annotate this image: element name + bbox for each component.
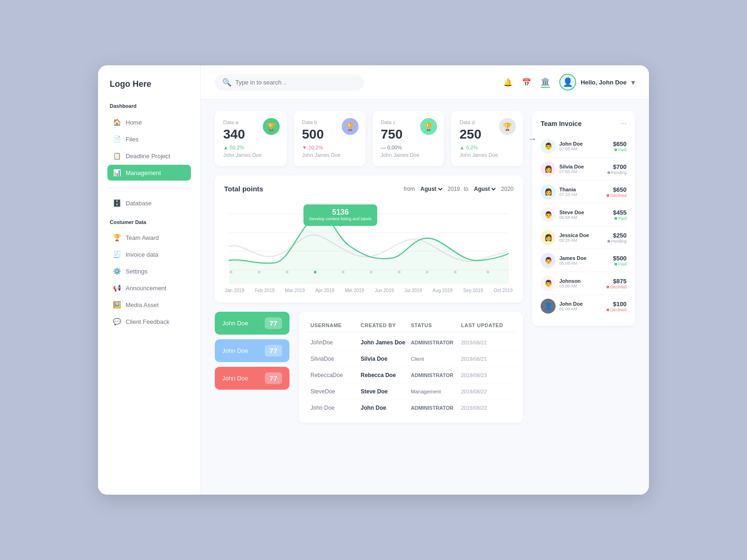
avatar: 👨 (541, 276, 556, 291)
sidebar-item-database[interactable]: 🗄️ Database (107, 195, 191, 211)
sidebar-item-media-asset[interactable]: 🖼️ Media Asset (107, 297, 191, 313)
more-options-button[interactable]: ··· (620, 119, 627, 128)
username: RebeccaDoe (310, 372, 361, 378)
to-year: 2020 (501, 186, 514, 192)
stat-person: John James Doe (223, 152, 278, 158)
bell-icon[interactable]: 🔔 (503, 78, 513, 87)
invoice-amount: $250 (607, 232, 627, 239)
invoice-person: 👤 John Doe 01:00 AM (541, 299, 583, 314)
invoice-item: 👩 Silvia Doe 07:55 AM $700 Pending (541, 158, 627, 181)
created-by: John Doe (361, 405, 411, 411)
score-number: 77 (265, 317, 282, 329)
invoice-item: 👩 Thania 07:10 AM $650 Declined (541, 181, 627, 203)
sidebar-item-invoice-data[interactable]: 🧾 Invoice data (107, 246, 191, 262)
invoice-item: 👨 Steve Doe 06:58 AM $455 Paid (541, 203, 627, 226)
files-icon: 📄 (113, 135, 121, 143)
stat-change: ▼ 10,2% (302, 145, 357, 150)
sidebar-item-label: Media Asset (126, 301, 159, 308)
invoice-name-group: John Doe 07:55 AM (559, 141, 583, 151)
x-label: Mei 2019 (345, 288, 364, 293)
settings-icon: ⚙️ (113, 267, 121, 275)
username: JohnDoe (310, 339, 361, 346)
app-container: Logo Here Dashboard 🏠 Home 📄 Files 📋 Dea… (98, 65, 649, 495)
username: John Doe (310, 405, 361, 411)
invoice-name: James Doe (559, 255, 586, 261)
sidebar-item-label: Invoice data (126, 251, 158, 258)
invoice-time: 05:09 AM (559, 261, 586, 266)
avatar: 👤 (559, 74, 576, 91)
sidebar-item-announcement[interactable]: 📢 Announcement (107, 280, 191, 296)
from-month-select[interactable]: Agust (419, 185, 444, 193)
chart-filters: from Agust 2019 to Agust (404, 185, 514, 193)
created-by: Rebecca Doe (361, 372, 411, 378)
invoice-time: 07:10 AM (559, 192, 577, 197)
avatar: 👨 (541, 139, 556, 154)
header-actions: 🔔 📅 🏛️ 👤 Hello, John Doe ▾ (503, 74, 635, 91)
invoice-item: 👨 James Doe 05:09 AM $500 Paid (541, 249, 627, 272)
invoice-amount: $100 (606, 301, 627, 308)
invoice-person: 👨 Steve Doe 06:58 AM (541, 207, 584, 222)
sidebar-item-management[interactable]: 📊 Management (107, 165, 191, 181)
sidebar-item-home[interactable]: 🏠 Home (107, 114, 191, 130)
sidebar-item-label: Management (126, 169, 161, 176)
x-label: Jul 2019 (404, 288, 422, 293)
stat-icon: 🏆 (499, 118, 516, 135)
left-column: Data a 340 ▲ 50,2% John James Doe 🏆 Data… (215, 111, 523, 423)
sidebar-item-label: Database (126, 200, 152, 207)
invoice-right: $650 Declined (606, 186, 627, 198)
building-icon[interactable]: 🏛️ (541, 77, 550, 88)
sidebar-divider (107, 188, 191, 188)
sidebar-item-team-award[interactable]: 🏆 Team Award (107, 230, 191, 245)
sidebar-item-label: Settings (126, 268, 148, 275)
invoice-name: John Doe (559, 141, 583, 147)
created-by: John James Doe (361, 339, 411, 346)
score-card-name: John Doe (222, 375, 248, 382)
col-last-updated: LAST UPDATED (461, 322, 512, 328)
sidebar-item-client-feedback[interactable]: 💬 Client Feedback (107, 314, 191, 329)
status-dot (614, 263, 617, 266)
invoice-name: John Doe (559, 301, 583, 307)
sidebar-item-files[interactable]: 📄 Files (107, 131, 191, 147)
status: Management (411, 389, 461, 394)
invoice-status: Paid (613, 262, 627, 266)
svg-point-5 (230, 271, 233, 273)
invoice-name: Silvia Doe (559, 164, 584, 169)
invoice-name-group: Steve Doe 06:58 AM (559, 210, 584, 220)
status: ADMINISTRATOR (411, 405, 461, 411)
x-label: Mar 2019 (285, 288, 305, 293)
x-label: Jun 2019 (374, 288, 394, 293)
invoice-amount: $500 (613, 255, 627, 262)
status: ADMINISTRATOR (411, 372, 461, 378)
stat-change: — 0,00% (381, 145, 436, 150)
score-card-name: John Doe (222, 320, 248, 327)
sidebar-item-label: Team Award (126, 234, 159, 241)
status-dot (606, 308, 609, 311)
to-filter[interactable]: Agust (472, 185, 497, 193)
invoice-status: Paid (613, 147, 627, 152)
chevron-down-icon[interactable]: ▾ (631, 78, 635, 87)
invoice-time: 03:00 AM (559, 284, 581, 288)
search-input[interactable] (235, 79, 357, 86)
home-icon: 🏠 (113, 119, 121, 126)
avatar: 👩 (541, 230, 556, 245)
user-greeting: Hello, John Doe (581, 79, 627, 86)
stat-change: ▲ 6,2% (459, 145, 514, 150)
calendar-icon[interactable]: 📅 (522, 78, 531, 87)
invoice-amount: $650 (613, 140, 627, 147)
invoice-amount: $455 (613, 209, 627, 216)
table-header: USERNAME CREATED BY STATUS LAST UPDATED (306, 319, 516, 332)
sidebar-item-settings[interactable]: ⚙️ Settings (107, 263, 191, 279)
invoice-name-group: Silvia Doe 07:55 AM (559, 164, 584, 174)
next-arrow-icon[interactable]: → (528, 133, 537, 144)
from-filter[interactable]: Agust (419, 185, 444, 193)
to-month-select[interactable]: Agust (472, 185, 497, 193)
stat-change: ▲ 50,2% (223, 145, 278, 150)
sidebar-item-deadline[interactable]: 📋 Deadline Project (107, 148, 191, 164)
invoice-right: $875 Declined (606, 278, 627, 289)
svg-point-12 (426, 271, 429, 273)
search-bar[interactable]: 🔍 (215, 74, 364, 91)
invoice-right: $250 Pending (607, 232, 627, 244)
header: 🔍 🔔 📅 🏛️ 👤 Hello, John Doe ▾ (201, 65, 649, 99)
username: SteveDoe (310, 388, 361, 395)
invoice-item: 👩 Jessica Doe 05:25 AM $250 Pending (541, 226, 627, 249)
